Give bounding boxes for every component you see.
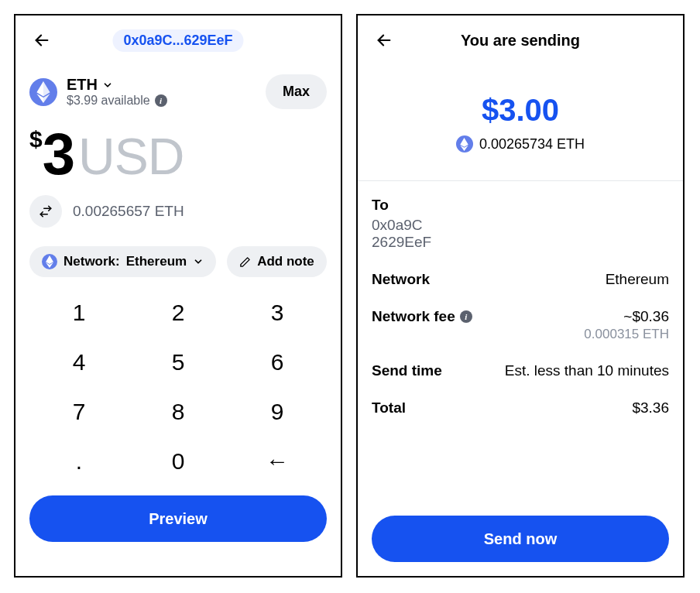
asset-picker[interactable]: ETH	[67, 76, 167, 94]
header: 0x0a9C...629EeF	[29, 28, 327, 53]
chevron-down-icon	[193, 256, 204, 267]
to-address-line2: 2629EeF	[372, 234, 431, 251]
swap-currency-button[interactable]	[29, 195, 62, 228]
arrow-left-icon	[376, 32, 393, 49]
keypad: 1 2 3 4 5 6 7 8 9 . 0 ←	[29, 288, 327, 486]
details-list: To 0x0a9C 2629EeF Network Ethereum Netwo…	[372, 197, 669, 416]
sendtime-label: Send time	[372, 362, 442, 379]
key-4[interactable]: 4	[29, 349, 129, 375]
key-0[interactable]: 0	[129, 448, 228, 475]
send-amount-usd: $3.00	[482, 93, 559, 128]
add-note-label: Add note	[257, 254, 314, 269]
sendtime-row: Send time Est. less than 10 minutes	[372, 362, 669, 379]
page-title: You are sending	[461, 32, 580, 50]
eth-mini-icon	[456, 135, 473, 153]
key-backspace[interactable]: ←	[228, 448, 327, 475]
preview-button[interactable]: Preview	[29, 495, 327, 542]
fee-label: Network fee	[372, 308, 455, 325]
available-row: $3.99 available i	[67, 94, 167, 108]
key-5[interactable]: 5	[129, 349, 228, 375]
send-amount-crypto-row: 0.00265734 ETH	[456, 135, 585, 153]
currency-label: USD	[78, 127, 184, 186]
send-entry-screen: 0x0a9C...629EeF ETH $3.99 available i Ma…	[14, 14, 342, 578]
key-6[interactable]: 6	[228, 349, 327, 375]
total-value: $3.36	[632, 399, 669, 416]
to-address-line1: 0x0a9C	[372, 217, 431, 234]
key-1[interactable]: 1	[29, 300, 129, 326]
available-balance: $3.99 available	[67, 94, 150, 108]
eth-icon	[29, 78, 57, 106]
chevron-down-icon	[102, 80, 113, 91]
to-row: To 0x0a9C 2629EeF	[372, 197, 669, 251]
amount-value: 3	[43, 120, 74, 187]
send-amount-block: $3.00 0.00265734 ETH	[372, 93, 669, 153]
sendtime-value: Est. less than 10 minutes	[505, 362, 669, 379]
info-icon[interactable]: i	[155, 94, 167, 107]
asset-info: ETH $3.99 available i	[67, 76, 167, 108]
key-9[interactable]: 9	[228, 399, 327, 425]
send-amount-crypto: 0.00265734 ETH	[479, 136, 585, 153]
conversion-row: 0.00265657 ETH	[29, 195, 327, 228]
network-row: Network Ethereum	[372, 271, 669, 288]
chip-row: Network: Ethereum Add note	[29, 246, 327, 277]
network-chip-value: Ethereum	[126, 254, 187, 269]
header: You are sending	[372, 28, 669, 53]
asset-symbol: ETH	[67, 76, 98, 94]
swap-icon	[39, 204, 53, 218]
send-now-button[interactable]: Send now	[372, 516, 669, 562]
info-icon[interactable]: i	[460, 310, 472, 323]
key-dot[interactable]: .	[29, 448, 129, 475]
network-value: Ethereum	[606, 271, 669, 288]
key-2[interactable]: 2	[129, 300, 228, 326]
network-label: Network	[372, 271, 430, 288]
max-button[interactable]: Max	[266, 74, 327, 109]
pencil-icon	[239, 256, 251, 268]
network-chip[interactable]: Network: Ethereum	[29, 246, 216, 277]
recipient-address-pill[interactable]: 0x0a9C...629EeF	[112, 29, 243, 52]
send-confirm-screen: You are sending $3.00 0.00265734 ETH To …	[356, 14, 685, 578]
key-8[interactable]: 8	[129, 399, 228, 425]
currency-symbol: $	[29, 126, 43, 153]
asset-selector-row: ETH $3.99 available i Max	[29, 74, 327, 109]
fee-crypto: 0.000315 ETH	[584, 327, 669, 342]
converted-amount: 0.00265657 ETH	[73, 203, 184, 220]
total-row: Total $3.36	[372, 399, 669, 416]
back-button[interactable]	[29, 28, 54, 53]
key-3[interactable]: 3	[228, 300, 327, 326]
key-7[interactable]: 7	[29, 399, 129, 425]
fee-row: Network fee i ~$0.36 0.000315 ETH	[372, 308, 669, 342]
to-label: To	[372, 197, 431, 214]
eth-mini-icon	[42, 254, 57, 269]
amount-display: $ 3 USD	[29, 120, 327, 187]
fee-usd: ~$0.36	[584, 308, 669, 325]
divider	[358, 180, 683, 181]
back-button[interactable]	[372, 28, 396, 53]
add-note-chip[interactable]: Add note	[227, 246, 327, 277]
total-label: Total	[372, 399, 406, 416]
arrow-left-icon	[33, 32, 50, 49]
network-chip-prefix: Network:	[63, 254, 120, 269]
